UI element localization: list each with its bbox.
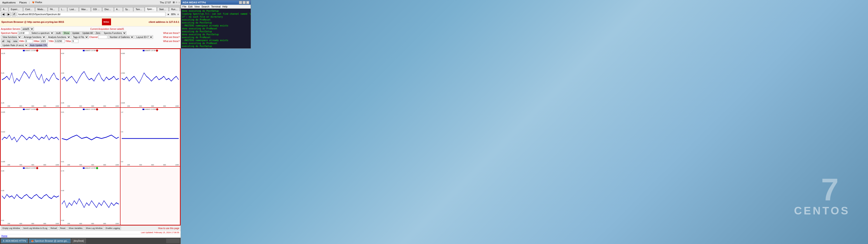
- spectrum-header: Spectrum Browser @ http carme-gsi.cryrin…: [0, 18, 181, 26]
- chart-diamond-6[interactable]: [156, 108, 158, 111]
- applications-menu[interactable]: Applications: [1, 1, 17, 4]
- chart-title-4: aida07 1.8.W: [23, 108, 38, 110]
- acq-server-select[interactable]: aida05: [21, 27, 34, 31]
- menu-view[interactable]: View: [194, 5, 200, 8]
- channel-input[interactable]: [98, 35, 107, 39]
- what-link-1[interactable]: What are these?: [163, 32, 180, 34]
- update-all-button[interactable]: Update All: [81, 31, 94, 35]
- home-link[interactable]: Home: [1, 235, 7, 237]
- reset-button[interactable]: Reset: [59, 226, 67, 230]
- chart-diamond-7[interactable]: [36, 167, 38, 169]
- what-link-3[interactable]: What are these?: [163, 40, 180, 42]
- xmax-input[interactable]: [40, 39, 48, 43]
- analysis-functions-select[interactable]: Analysis functions: [46, 35, 71, 39]
- how-to-use-link[interactable]: How to use this page: [158, 227, 179, 230]
- chart-diamond-5[interactable]: [96, 108, 98, 111]
- send-log-button[interactable]: Send Log Window to ELog: [22, 226, 49, 230]
- minimize-button[interactable]: _: [239, 1, 242, 4]
- menu-edit[interactable]: Edit: [188, 5, 193, 8]
- tab-asic[interactable]: ASIC...: [114, 7, 123, 11]
- chart-cell-7: aida13 1.8.W 0.09 0.05 0.01 200400600800…: [0, 166, 60, 225]
- bookmark-button[interactable]: ★: [166, 13, 170, 16]
- menu-button[interactable]: ≡: [177, 13, 180, 16]
- tab-run[interactable]: Run Ctrl...: [169, 7, 180, 11]
- all-button[interactable]: all: [1, 39, 5, 43]
- chart-legend-4: [23, 109, 25, 110]
- chart-diamond-4[interactable]: [36, 108, 38, 111]
- empty-log-button[interactable]: Empty Log Window: [1, 226, 21, 230]
- taskbar-spectrum-browser[interactable]: 🦊 Spectrum Browser @ carme-gsi...: [29, 238, 70, 243]
- tab-fadc[interactable]: FADC Al...: [48, 7, 59, 11]
- tab-statistics[interactable]: Statistics @: [157, 7, 169, 11]
- tab-temp[interactable]: Tempera...: [133, 7, 145, 11]
- taskbar-aida-midas[interactable]: A AIDA MIDAS HTTPd: [1, 238, 28, 243]
- spectra-functions-select[interactable]: Spectra Functions: [102, 31, 126, 35]
- reload-button[interactable]: ↺: [12, 12, 16, 17]
- show-log-button[interactable]: Show Log Window: [85, 226, 104, 230]
- charts-grid: aida01 1.8.W 10.25 5.25 0.25 20040060080…: [0, 48, 181, 225]
- menu-file[interactable]: File: [182, 5, 186, 8]
- enable-logging-button[interactable]: Enable Logging: [105, 226, 121, 230]
- tab-aida[interactable]: AIDA: [1, 7, 8, 11]
- taskbar-separator: |: [29, 1, 30, 4]
- chart-legend-8: [83, 167, 85, 169]
- view-functions-select[interactable]: View functions: [1, 35, 22, 39]
- taskbar-time-area: [166, 239, 180, 243]
- select-spectrum-dropdown[interactable]: Select a spectrum: [30, 31, 54, 35]
- new-button[interactable]: new: [12, 39, 18, 43]
- tab-lost[interactable]: Lost activ...: [68, 7, 79, 11]
- update-button[interactable]: Update: [71, 31, 81, 35]
- aida-menubar: File Edit View Search Terminal Help: [181, 5, 251, 8]
- back-button[interactable]: ◀: [1, 12, 5, 17]
- update-rate-select[interactable]: Update Rate (4 secs): [1, 43, 28, 47]
- xmin-input[interactable]: [25, 39, 33, 43]
- places-menu[interactable]: Places: [18, 1, 28, 4]
- number-galleries-select[interactable]: Number of Galleries: [108, 35, 134, 39]
- log-line: loading Spectrum.Tcl: can not find chann…: [182, 12, 250, 16]
- chart-diamond-3[interactable]: [156, 49, 158, 52]
- reload-button[interactable]: Reload: [49, 226, 58, 230]
- show-variables-button[interactable]: Show Variables: [67, 226, 84, 230]
- taskbar-icons: ⊞ ☆ ↕: [173, 1, 180, 4]
- auto-update-button[interactable]: Auto Update ON: [29, 43, 48, 47]
- menu-terminal[interactable]: Terminal: [211, 5, 221, 8]
- tab-experiment[interactable]: Experiment @..: [9, 7, 23, 11]
- address-bar[interactable]: [17, 12, 165, 17]
- bottom-taskbar: A AIDA MIDAS HTTPd 🦊 Spectrum Browser @ …: [0, 238, 181, 244]
- chart-label-5: aida11 1.8.W: [85, 108, 96, 110]
- menu-help[interactable]: Help: [222, 5, 228, 8]
- tab-discrim[interactable]: Discrimin...: [102, 7, 114, 11]
- menu-search[interactable]: Search: [202, 5, 209, 8]
- tab-spectrum[interactable]: Spectrum ✕: [145, 7, 157, 11]
- close-button[interactable]: ✕: [246, 1, 249, 4]
- show-button[interactable]: Show: [62, 31, 70, 35]
- arrange-functions-select[interactable]: Arrange functions: [22, 35, 46, 39]
- top-taskbar: Applications Places | 🦊 Firefox Thu 17:0…: [0, 0, 181, 5]
- browser-toolbar: ◀ ▶ ↺ ★ 80% ≡: [0, 11, 181, 18]
- taskbar-anydesk[interactable]: [AnyDesk]: [72, 238, 86, 243]
- tags-fits-select[interactable]: Tags & Fits: [71, 35, 89, 39]
- chart-diamond-1[interactable]: [36, 49, 38, 52]
- what-link-2[interactable]: What are these?: [163, 36, 180, 38]
- log-line: done executing do PreReset: [182, 42, 250, 45]
- spectrum-name-input[interactable]: [18, 31, 29, 35]
- multi-button[interactable]: multi: [55, 31, 62, 35]
- forward-button[interactable]: ▶: [6, 12, 11, 17]
- chart-diamond-2[interactable]: [96, 49, 98, 52]
- ymin-label: YMin: [49, 40, 54, 42]
- taskbar-firefox[interactable]: 🦊 Firefox: [31, 1, 43, 4]
- ymax-input[interactable]: [72, 39, 79, 43]
- ymin-input[interactable]: [55, 39, 65, 43]
- tab-gsi[interactable]: GSI Whit...: [91, 7, 102, 11]
- log-button[interactable]: log: [6, 39, 11, 43]
- tab-control[interactable]: Control @...: [23, 7, 35, 11]
- chart-diamond-8[interactable]: [96, 167, 98, 169]
- maximize-button[interactable]: □: [243, 1, 246, 4]
- zero-button[interactable]: Zero: [94, 31, 101, 35]
- log-line: executing do PreReset: [182, 18, 250, 21]
- tab-module[interactable]: Module Se...: [35, 7, 48, 11]
- tab-led[interactable]: LED...: [59, 7, 67, 11]
- tab-system[interactable]: System...: [123, 7, 133, 11]
- layout-select[interactable]: Layout ID=7: [135, 35, 153, 39]
- tab-waveform[interactable]: Waveform..: [79, 7, 90, 11]
